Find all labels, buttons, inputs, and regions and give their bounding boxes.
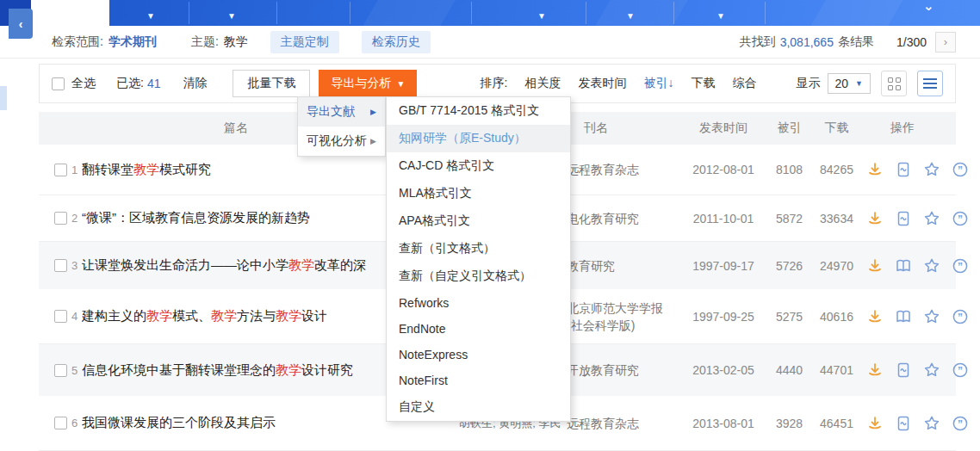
download-icon[interactable] xyxy=(866,161,884,178)
submenu-item[interactable]: GB/T 7714-2015 格式引文 xyxy=(387,97,570,125)
nav-menu-caret-icon[interactable]: ▼ xyxy=(227,12,236,21)
sort-option-发表时间[interactable]: 发表时间 xyxy=(579,76,627,90)
sort-option-相关度[interactable]: 相关度 xyxy=(525,76,561,90)
row-checkbox[interactable] xyxy=(54,364,67,377)
cited-count[interactable]: 4440 xyxy=(766,363,812,377)
journal-link[interactable]: 北京师范大学学报(社会科学版) xyxy=(567,300,680,334)
cite-icon[interactable]: ” xyxy=(952,257,969,275)
cite-icon[interactable]: ” xyxy=(952,210,969,227)
row-number: 3 xyxy=(71,259,78,272)
menu-item-label: 可视化分析 xyxy=(307,133,367,149)
favorite-icon[interactable] xyxy=(923,415,940,432)
favorite-icon[interactable] xyxy=(923,161,940,178)
sidebar-collapse-button[interactable]: ‹ xyxy=(9,9,33,39)
submenu-item[interactable]: EndNote xyxy=(387,316,570,342)
search-scope-bar: 检索范围: 学术期刊 主题: 教学 主题定制 检索历史 共找到 3,081,66… xyxy=(0,26,980,59)
download-icon[interactable] xyxy=(866,415,884,432)
nav-menu-caret-icon[interactable]: ▼ xyxy=(537,12,546,21)
submenu-item[interactable]: APA格式引文 xyxy=(387,207,570,235)
publish-date: 2013-02-05 xyxy=(680,363,766,377)
cite-icon[interactable]: ” xyxy=(952,361,969,379)
favorite-icon[interactable] xyxy=(923,210,940,227)
row-checkbox[interactable] xyxy=(54,259,67,272)
nav-divider xyxy=(471,2,472,24)
svg-text:”: ” xyxy=(958,417,963,429)
cited-count[interactable]: 5872 xyxy=(766,212,812,226)
batch-download-button[interactable]: 批量下载 xyxy=(233,70,310,97)
nav-menu-caret-icon[interactable]: ▼ xyxy=(716,12,725,21)
grid-view-button[interactable] xyxy=(881,71,907,96)
journal-link[interactable]: 教育研究 xyxy=(567,257,680,275)
favorite-icon[interactable] xyxy=(923,257,940,275)
next-page-button[interactable]: › xyxy=(935,32,956,53)
nav-menu-caret-icon[interactable]: ▼ xyxy=(626,12,635,21)
export-analyze-button[interactable]: 导出与分析▼ xyxy=(319,70,417,97)
cited-count[interactable]: 5726 xyxy=(766,259,812,273)
menu-item-可视化分析[interactable]: 可视化分析▶ xyxy=(298,127,385,156)
submenu-item[interactable]: 查新（引文格式） xyxy=(387,235,570,263)
collapsed-panel-edge xyxy=(0,86,7,110)
search-history-chip[interactable]: 检索历史 xyxy=(362,31,431,53)
submenu-item[interactable]: 自定义 xyxy=(387,393,570,421)
sort-option-被引[interactable]: 被引↓ xyxy=(644,76,674,90)
submenu-item[interactable]: MLA格式引文 xyxy=(387,180,570,207)
download-icon[interactable] xyxy=(866,210,884,227)
html-read-icon[interactable] xyxy=(895,210,912,227)
select-all-label[interactable]: 全选 xyxy=(71,76,96,91)
row-checkbox[interactable] xyxy=(54,212,67,225)
scope-value[interactable]: 学术期刊 xyxy=(109,34,157,50)
download-icon[interactable] xyxy=(866,257,884,275)
svg-text:”: ” xyxy=(958,164,963,176)
column-header-date: 发表时间 xyxy=(680,120,766,136)
journal-link[interactable]: 远程教育杂志 xyxy=(567,415,680,432)
clear-selection-button[interactable]: 清除 xyxy=(183,76,207,91)
list-view-button[interactable] xyxy=(917,71,943,96)
publish-date: 2013-08-01 xyxy=(680,417,766,430)
svg-text:”: ” xyxy=(958,311,963,323)
nav-streak xyxy=(810,0,902,26)
book-icon[interactable] xyxy=(895,308,912,325)
topic-custom-chip[interactable]: 主题定制 xyxy=(270,31,339,53)
journal-link[interactable]: 电化教育研究 xyxy=(567,210,680,227)
page-size-select[interactable]: 20 ▼ xyxy=(828,73,871,94)
cited-count[interactable]: 8108 xyxy=(766,163,812,176)
html-read-icon[interactable] xyxy=(895,415,912,432)
journal-link[interactable]: 开放教育研究 xyxy=(567,361,680,379)
subject-value: 教学 xyxy=(224,34,248,50)
submenu-item[interactable]: CAJ-CD 格式引文 xyxy=(387,152,570,180)
download-icon[interactable] xyxy=(866,361,884,379)
html-read-icon[interactable] xyxy=(895,361,912,379)
cited-count[interactable]: 5275 xyxy=(766,310,812,324)
submenu-item[interactable]: NoteFirst xyxy=(387,368,570,393)
cite-icon[interactable]: ” xyxy=(952,308,969,325)
row-checkbox[interactable] xyxy=(54,310,67,323)
row-number: 2 xyxy=(71,212,78,225)
row-checkbox[interactable] xyxy=(54,417,67,429)
favorite-icon[interactable] xyxy=(923,361,940,379)
nav-divider xyxy=(350,2,350,24)
sort-option-下载[interactable]: 下载 xyxy=(692,76,716,90)
sort-option-综合[interactable]: 综合 xyxy=(733,76,757,90)
cited-count[interactable]: 3928 xyxy=(766,417,812,430)
select-all-checkbox[interactable] xyxy=(52,77,65,90)
nav-menu-caret-icon[interactable]: ▼ xyxy=(146,12,155,21)
cite-icon[interactable]: ” xyxy=(952,161,969,178)
favorite-icon[interactable] xyxy=(923,308,940,325)
journal-link[interactable]: 远程教育杂志 xyxy=(567,161,680,178)
book-icon[interactable] xyxy=(895,257,912,275)
nav-collapse-chevron-icon[interactable]: ⌄ xyxy=(923,0,934,14)
cite-icon[interactable]: ” xyxy=(952,415,969,432)
html-read-icon[interactable] xyxy=(895,161,912,178)
menu-item-导出文献[interactable]: 导出文献▶ xyxy=(298,97,385,127)
submenu-item[interactable]: 知网研学（原E-Study） xyxy=(387,125,570,152)
menu-item-label: 导出文献 xyxy=(307,104,355,120)
submenu-item[interactable]: Refworks xyxy=(387,290,570,316)
download-icon[interactable] xyxy=(866,308,884,325)
download-count: 46451 xyxy=(812,417,861,430)
row-checkbox[interactable] xyxy=(54,164,67,176)
svg-text:”: ” xyxy=(958,365,963,377)
submenu-item[interactable]: NoteExpress xyxy=(387,342,570,368)
submenu-item[interactable]: 查新（自定义引文格式） xyxy=(387,263,570,290)
nav-active-tab[interactable] xyxy=(31,0,109,26)
result-suffix: 条结果 xyxy=(838,34,874,50)
